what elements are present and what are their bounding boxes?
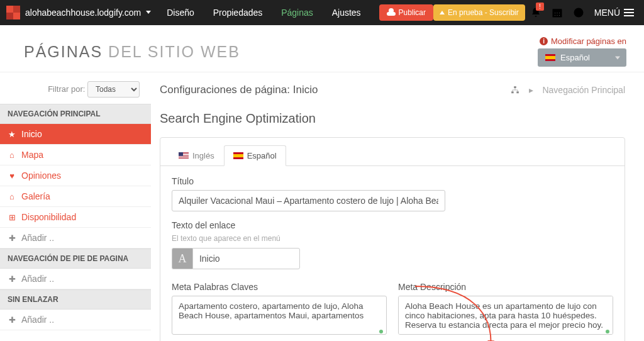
config-title: Configuraciones de página: Inicio xyxy=(160,84,318,96)
plus-box-icon: ⊞ xyxy=(8,213,16,222)
meta-desc-textarea[interactable] xyxy=(398,296,613,335)
content-header-row: Configuraciones de página: Inicio ▸ Nave… xyxy=(160,84,625,96)
meta-row: Meta Palabras Claves Meta Descripción xyxy=(172,282,613,337)
flag-en-icon xyxy=(179,152,189,159)
breadcrumb: ▸ Navegación Principal xyxy=(510,85,625,95)
tab-label: Inglés xyxy=(192,151,214,160)
sidebar-item-label: Añadir .. xyxy=(21,274,54,284)
filter-select[interactable]: Todas xyxy=(87,81,140,98)
language-warning: i Modificar páginas en xyxy=(538,36,626,46)
nav-propiedades[interactable]: Propiedades xyxy=(213,8,263,18)
breadcrumb-text: Navegación Principal xyxy=(542,85,625,95)
notifications-button[interactable]: ! xyxy=(525,0,547,25)
main-nav: Diseño Propiedades Páginas Ajustes xyxy=(158,8,369,18)
flag-es-icon xyxy=(233,152,243,159)
svg-point-5 xyxy=(557,15,557,16)
content: Configuraciones de página: Inicio ▸ Nave… xyxy=(151,72,644,341)
help-icon xyxy=(572,6,585,19)
sidebar-item-label: Mapa xyxy=(21,150,43,160)
nav-paginas[interactable]: Páginas xyxy=(281,8,313,18)
trial-badge[interactable]: En prueba - Suscribir xyxy=(433,4,525,21)
svg-point-4 xyxy=(555,15,555,16)
hamburger-icon xyxy=(624,7,634,18)
plus-icon: ✚ xyxy=(8,274,16,284)
meta-keywords-col: Meta Palabras Claves xyxy=(172,282,387,337)
lang-warn-text: Modificar páginas en xyxy=(551,36,626,46)
filter-label: Filtrar por: xyxy=(48,84,85,94)
sidebar-item-inicio[interactable]: ★Inicio xyxy=(0,124,151,145)
svg-point-6 xyxy=(559,15,560,16)
filter-row: Filtrar por: Todas xyxy=(0,81,151,104)
text-format-icon: A xyxy=(172,248,192,269)
status-dot-icon xyxy=(606,330,609,333)
plus-icon: ✚ xyxy=(8,315,16,325)
warning-icon: i xyxy=(540,37,548,45)
svg-point-3 xyxy=(559,13,560,13)
sidebar-item-galeria[interactable]: ⌂Galería xyxy=(0,186,151,207)
sidebar-add-principal[interactable]: ✚Añadir .. xyxy=(0,228,151,249)
lang-selected: Español xyxy=(560,53,590,62)
sidebar-add-pie[interactable]: ✚Añadir .. xyxy=(0,269,151,289)
upgrade-icon xyxy=(440,11,445,14)
sitemap-icon xyxy=(510,86,520,94)
heart-icon: ♥ xyxy=(8,171,16,181)
tab-spanish[interactable]: Español xyxy=(224,145,286,166)
svg-rect-9 xyxy=(512,91,514,93)
language-tabs: Inglés Español xyxy=(160,138,625,166)
main: Filtrar por: Todas NAVEGACIÓN PRINCIPAL … xyxy=(0,72,644,341)
sidebar-item-label: Añadir .. xyxy=(21,315,54,325)
help-button[interactable] xyxy=(568,0,589,25)
site-domain[interactable]: alohabeachhouse.lodgify.com xyxy=(25,8,141,18)
svg-rect-8 xyxy=(514,86,517,88)
tab-label: Español xyxy=(247,151,277,160)
nav-section-sin: SIN ENLAZAR xyxy=(0,289,151,310)
home-icon: ⌂ xyxy=(8,150,16,160)
nav-section-principal: NAVEGACIÓN PRINCIPAL xyxy=(0,104,151,124)
svg-point-1 xyxy=(555,13,555,13)
nav-section-pie: NAVEGACIÓN DE PIE DE PAGINA xyxy=(0,249,151,269)
sidebar-item-label: Añadir .. xyxy=(21,233,54,243)
menu-label: MENÚ xyxy=(594,8,620,18)
nav-diseno[interactable]: Diseño xyxy=(167,8,194,18)
sidebar-item-mapa[interactable]: ⌂Mapa xyxy=(0,145,151,165)
menu-button[interactable]: MENÚ xyxy=(594,7,634,18)
status-dot-icon xyxy=(379,330,383,333)
trial-label: En prueba - Suscribir xyxy=(448,8,519,17)
sidebar-item-label: Disponibilidad xyxy=(21,212,76,222)
sidebar-add-sin[interactable]: ✚Añadir .. xyxy=(0,310,151,330)
flag-es-icon xyxy=(545,54,555,61)
language-selector[interactable]: Español xyxy=(538,48,626,67)
enlace-hint: El texto que aparece en el menú xyxy=(172,234,613,243)
logo-icon xyxy=(6,6,20,20)
chevron-down-icon[interactable] xyxy=(146,11,151,14)
notif-badge: ! xyxy=(536,3,544,11)
sidebar-item-disponibilidad[interactable]: ⊞Disponibilidad xyxy=(0,207,151,228)
page-header: PÁGINAS DEL SITIO WEB i Modificar página… xyxy=(0,25,644,72)
seo-panel: Inglés Español Título Texto del enlace E… xyxy=(160,137,625,341)
svg-rect-10 xyxy=(517,91,519,93)
sidebar: Filtrar por: Todas NAVEGACIÓN PRINCIPAL … xyxy=(0,72,151,341)
titulo-input[interactable] xyxy=(172,190,445,211)
seo-heading: Search Engine Optimization xyxy=(160,111,625,126)
calendar-icon xyxy=(551,6,564,19)
svg-point-2 xyxy=(557,13,557,13)
sidebar-item-label: Galería xyxy=(21,191,50,201)
enlace-label: Texto del enlace xyxy=(172,220,613,230)
sidebar-item-label: Inicio xyxy=(21,129,42,139)
seo-form: Título Texto del enlace El texto que apa… xyxy=(160,166,625,341)
sidebar-item-opiniones[interactable]: ♥Opiniones xyxy=(0,165,151,186)
publish-button[interactable]: Publicar xyxy=(379,4,433,21)
enlace-row: A xyxy=(172,248,300,269)
star-icon: ★ xyxy=(8,130,16,139)
calendar-button[interactable] xyxy=(547,0,568,25)
tab-english[interactable]: Inglés xyxy=(169,145,224,166)
sidebar-item-label: Opiniones xyxy=(21,170,61,181)
cloud-icon xyxy=(387,9,396,16)
nav-ajustes[interactable]: Ajustes xyxy=(332,8,361,18)
topbar: alohabeachhouse.lodgify.com Diseño Propi… xyxy=(0,0,644,25)
meta-kw-textarea[interactable] xyxy=(172,296,387,335)
page-title: PÁGINAS DEL SITIO WEB xyxy=(24,43,240,61)
title-thin: DEL SITIO WEB xyxy=(108,43,240,60)
enlace-input[interactable] xyxy=(192,248,300,269)
title-strong: PÁGINAS xyxy=(24,43,103,60)
